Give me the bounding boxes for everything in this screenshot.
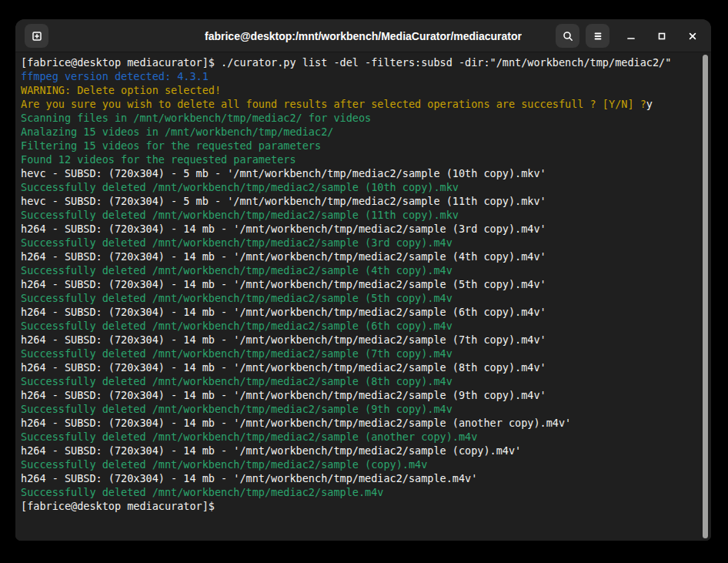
terminal-line: Are you sure you wish to delete all foun… — [21, 97, 711, 111]
close-icon — [686, 30, 699, 42]
terminal-line: h264 - SUBSD: (720x304) - 14 mb - '/mnt/… — [21, 333, 711, 347]
terminal-window: fabrice@desktop:/mnt/workbench/MediaCura… — [15, 19, 711, 541]
menu-button[interactable] — [586, 24, 609, 48]
terminal-line: Analazing 15 videos in /mnt/workbench/tm… — [21, 125, 711, 139]
terminal-line: Successfully deleted /mnt/workbench/tmp/… — [21, 180, 711, 194]
terminal-line: ffmpeg version detected: 4.3.1 — [21, 69, 711, 83]
window-title: fabrice@desktop:/mnt/workbench/MediaCura… — [205, 30, 522, 42]
terminal-line: h264 - SUBSD: (720x304) - 14 mb - '/mnt/… — [21, 360, 711, 374]
maximize-button[interactable] — [653, 27, 671, 45]
terminal-line: h264 - SUBSD: (720x304) - 14 mb - '/mnt/… — [21, 222, 711, 236]
terminal-line: Scanning files in /mnt/workbench/tmp/med… — [21, 111, 711, 125]
close-button[interactable] — [683, 27, 702, 45]
terminal-line: Successfully deleted /mnt/workbench/tmp/… — [21, 208, 711, 222]
terminal-line: [fabrice@desktop mediacurator]$ — [21, 499, 711, 513]
scrollbar[interactable] — [700, 52, 711, 541]
new-tab-button[interactable] — [25, 24, 48, 48]
terminal-line: hevc - SUBSD: (720x304) - 5 mb - '/mnt/w… — [21, 194, 711, 208]
search-button[interactable] — [556, 24, 579, 48]
terminal-line: Successfully deleted /mnt/workbench/tmp/… — [21, 236, 711, 250]
terminal-line: Found 12 videos for the requested parame… — [21, 152, 711, 166]
terminal-line: [fabrice@desktop mediacurator]$ ./curato… — [21, 55, 711, 69]
terminal-lines: [fabrice@desktop mediacurator]$ ./curato… — [21, 55, 711, 513]
titlebar[interactable]: fabrice@desktop:/mnt/workbench/MediaCura… — [15, 19, 711, 52]
scrollbar-thumb[interactable] — [703, 55, 708, 538]
titlebar-left-group — [25, 24, 48, 48]
terminal-line: Successfully deleted /mnt/workbench/tmp/… — [21, 347, 711, 360]
terminal-line: h264 - SUBSD: (720x304) - 14 mb - '/mnt/… — [21, 305, 711, 319]
terminal-line: h264 - SUBSD: (720x304) - 14 mb - '/mnt/… — [21, 250, 711, 263]
terminal-line: hevc - SUBSD: (720x304) - 5 mb - '/mnt/w… — [21, 166, 711, 180]
titlebar-right-group — [556, 24, 702, 48]
terminal-line: Successfully deleted /mnt/workbench/tmp/… — [21, 263, 711, 277]
terminal-line: h264 - SUBSD: (720x304) - 14 mb - '/mnt/… — [21, 471, 711, 485]
terminal-line: Successfully deleted /mnt/workbench/tmp/… — [21, 402, 711, 416]
terminal-line: Successfully deleted /mnt/workbench/tmp/… — [21, 457, 711, 471]
new-tab-icon — [31, 30, 43, 42]
terminal-line: Successfully deleted /mnt/workbench/tmp/… — [21, 319, 711, 333]
desktop-background: { "window": { "title": "fabrice@desktop:… — [0, 0, 728, 563]
terminal-line: h264 - SUBSD: (720x304) - 14 mb - '/mnt/… — [21, 277, 711, 291]
terminal-line: Successfully deleted /mnt/workbench/tmp/… — [21, 291, 711, 305]
hamburger-menu-icon — [592, 30, 604, 42]
terminal-line: WARNING: Delete option selected! — [21, 83, 711, 97]
terminal-line: Successfully deleted /mnt/workbench/tmp/… — [21, 430, 711, 444]
terminal-line: h264 - SUBSD: (720x304) - 14 mb - '/mnt/… — [21, 444, 711, 457]
terminal-line: h264 - SUBSD: (720x304) - 14 mb - '/mnt/… — [21, 416, 711, 430]
maximize-icon — [656, 30, 668, 42]
terminal-line: Successfully deleted /mnt/workbench/tmp/… — [21, 374, 711, 388]
terminal-line: h264 - SUBSD: (720x304) - 14 mb - '/mnt/… — [21, 388, 711, 402]
terminal-content[interactable]: [fabrice@desktop mediacurator]$ ./curato… — [15, 52, 711, 541]
minimize-button[interactable] — [622, 27, 640, 45]
search-icon — [562, 30, 574, 42]
terminal-line: Filtering 15 videos for the requested pa… — [21, 139, 711, 152]
terminal-line: Successfully deleted /mnt/workbench/tmp/… — [21, 485, 711, 499]
minimize-icon — [625, 30, 637, 42]
